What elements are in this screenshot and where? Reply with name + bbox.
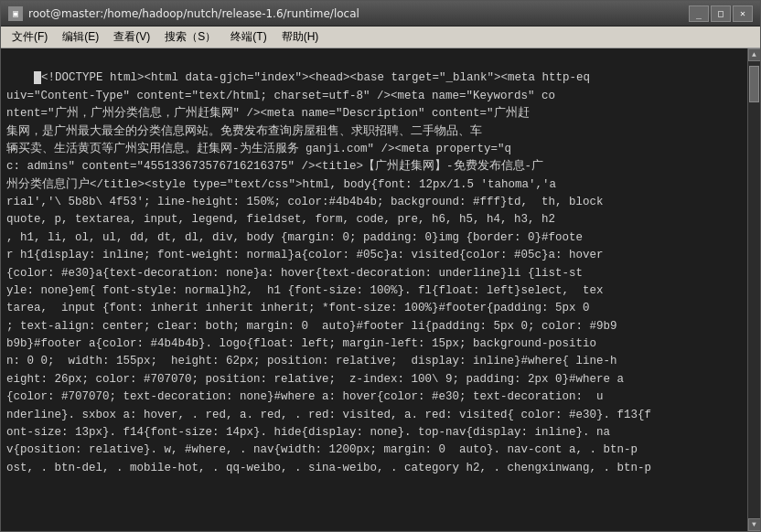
menu-terminal[interactable]: 终端(T) — [223, 27, 273, 47]
scroll-down-button[interactable]: ▼ — [748, 518, 761, 531]
cursor — [34, 71, 41, 84]
menu-file[interactable]: 文件(F) — [5, 27, 55, 47]
title-bar-left: ▣ root@master:/home/hadoop/nutch/release… — [8, 6, 359, 21]
scrollbar-thumb[interactable] — [749, 66, 759, 102]
terminal-window: ▣ root@master:/home/hadoop/nutch/release… — [0, 0, 761, 532]
scroll-up-button[interactable]: ▲ — [748, 48, 761, 61]
menu-search[interactable]: 搜索（S） — [157, 27, 223, 47]
menu-help[interactable]: 帮助(H) — [274, 27, 327, 47]
window-title: root@master:/home/hadoop/nutch/release-1… — [28, 7, 359, 20]
menu-view[interactable]: 查看(V) — [106, 27, 157, 47]
terminal-text: <!DOCTYPE html><html data-gjch="index"><… — [6, 71, 651, 473]
title-bar: ▣ root@master:/home/hadoop/nutch/release… — [1, 1, 760, 27]
terminal-icon: ▣ — [8, 6, 23, 21]
close-button[interactable]: ✕ — [733, 5, 753, 22]
minimize-button[interactable]: _ — [689, 5, 709, 22]
scrollbar-track[interactable] — [748, 61, 760, 518]
window-controls: _ □ ✕ — [689, 5, 753, 22]
terminal-content[interactable]: <!DOCTYPE html><html data-gjch="index"><… — [1, 48, 760, 531]
scrollbar[interactable]: ▲ ▼ — [747, 48, 760, 531]
menu-edit[interactable]: 编辑(E) — [55, 27, 106, 47]
maximize-button[interactable]: □ — [711, 5, 731, 22]
menu-bar: 文件(F) 编辑(E) 查看(V) 搜索（S） 终端(T) 帮助(H) — [1, 27, 760, 48]
